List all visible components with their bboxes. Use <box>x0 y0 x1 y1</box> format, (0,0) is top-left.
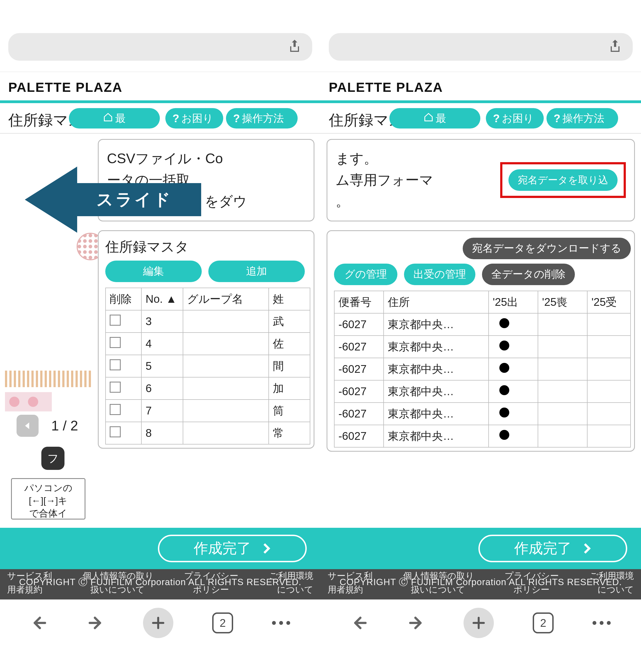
question-icon: ? <box>173 112 179 125</box>
keyboard-hint: パソコンの [←][→]キ で合体イ <box>11 478 85 520</box>
nav-back-icon[interactable] <box>351 614 368 632</box>
th-25mo[interactable]: '25喪 <box>538 291 587 313</box>
address-bar[interactable] <box>329 33 633 61</box>
help-pill[interactable]: ? お困り <box>486 108 544 129</box>
chevron-right-icon <box>262 542 271 554</box>
slide-arrow-overlay: スライド <box>25 164 201 236</box>
nav-menu-icon[interactable] <box>592 621 611 625</box>
howto-pill-label: 操作方法 <box>242 111 284 125</box>
th-delete[interactable]: 削除 <box>106 288 141 310</box>
nav-menu-icon[interactable] <box>272 621 290 625</box>
table-row[interactable]: 4佐 <box>106 333 310 355</box>
complete-button[interactable]: 作成完了 <box>158 535 307 562</box>
th-address[interactable]: 住所 <box>384 291 489 313</box>
table-row[interactable]: -6027東京都中央… <box>334 380 630 403</box>
pager-prev-button[interactable] <box>16 415 39 437</box>
brand-logo: PALETTE PLAZA <box>329 80 633 95</box>
table-row[interactable]: 6加 <box>106 377 310 400</box>
add-button[interactable]: 追加 <box>208 260 305 282</box>
status-dot <box>499 430 509 440</box>
delete-all-button[interactable]: 全データの削除 <box>482 264 575 285</box>
table-row[interactable]: -6027東京都中央… <box>334 403 630 425</box>
nav-newtab-button[interactable] <box>464 608 494 638</box>
decorative-flowers <box>5 392 52 412</box>
th-25out[interactable]: '25出 <box>489 291 538 313</box>
th-no[interactable]: No. ▲ <box>141 288 183 310</box>
footer: サービス利 個人情報等の取り プライバシー ご利用環境 COPYRIGHT Ⓒ … <box>320 569 641 600</box>
howto-pill[interactable]: ? 操作方法 <box>226 108 298 129</box>
row-checkbox[interactable] <box>110 314 121 326</box>
status-dot <box>499 340 509 350</box>
table-row[interactable]: 7筒 <box>106 400 310 422</box>
footer: サービス利 個人情報等の取り プライバシー ご利用環境 COPYRIGHT Ⓒ … <box>0 569 320 600</box>
divider <box>0 100 320 103</box>
th-postal[interactable]: 便番号 <box>334 291 384 313</box>
footer-link[interactable]: 用者規約 <box>7 584 42 596</box>
decorative-stripes <box>5 371 93 387</box>
table-row[interactable]: 8常 <box>106 422 310 444</box>
row-checkbox[interactable] <box>110 426 121 437</box>
status-dot <box>499 407 509 417</box>
table-row[interactable]: 5間 <box>106 355 310 377</box>
complete-button[interactable]: 作成完了 <box>478 535 627 562</box>
address-table: 削除 No. ▲ グループ名 姓 3武 4佐 5間 6加 7筒 8常 <box>105 287 310 444</box>
table-row[interactable]: -6027東京都中央… <box>334 336 630 358</box>
download-data-button[interactable]: 宛名データをダウンロードする <box>463 238 631 259</box>
home-pill-label: 最 <box>115 111 126 125</box>
table-row[interactable]: 3武 <box>106 310 310 333</box>
row-checkbox[interactable] <box>110 404 121 415</box>
footer-link[interactable]: ポリシー <box>193 584 229 596</box>
row-checkbox[interactable] <box>110 382 121 393</box>
status-dot <box>499 318 509 328</box>
home-pill-label: 最 <box>436 111 446 125</box>
nav-forward-icon[interactable] <box>407 614 425 632</box>
import-card: ます。 ム専用フォーマ 。 宛名データを取り込 <box>327 139 635 221</box>
home-pill[interactable]: 最 <box>390 108 480 129</box>
footer-link[interactable]: 用者規約 <box>328 584 363 596</box>
th-group[interactable]: グループ名 <box>183 288 269 310</box>
chevron-right-icon <box>583 542 591 554</box>
question-icon: ? <box>554 112 560 125</box>
nav-tabs-button[interactable]: 2 <box>212 613 233 633</box>
help-pill[interactable]: ? お困り <box>165 108 223 129</box>
status-dot <box>499 385 509 395</box>
nav-back-icon[interactable] <box>30 614 48 632</box>
help-pill-label: お困り <box>181 111 213 125</box>
slide-label: スライド <box>96 189 173 211</box>
help-pill-label: お困り <box>502 111 534 125</box>
footer-link[interactable]: ポリシー <box>514 584 549 596</box>
footer-link[interactable]: 扱いについて <box>91 584 145 596</box>
row-checkbox[interactable] <box>110 359 121 370</box>
question-icon: ? <box>233 112 240 125</box>
table-row[interactable]: -6027東京都中央… <box>334 358 630 380</box>
howto-pill-label: 操作方法 <box>562 111 604 125</box>
master-card: 住所録マスタ 編集 追加 削除 No. ▲ グループ名 姓 3武 <box>98 230 314 449</box>
footer-link[interactable]: について <box>598 584 634 596</box>
footer-link[interactable]: について <box>277 584 313 596</box>
filter-badge[interactable]: フ <box>41 447 65 470</box>
nav-newtab-button[interactable] <box>143 608 173 638</box>
row-checkbox[interactable] <box>110 337 121 348</box>
home-pill[interactable]: 最 <box>69 108 160 129</box>
master-card: 宛名データをダウンロードする グの管理 出受の管理 全データの削除 便番号 住所… <box>327 230 635 452</box>
nav-forward-icon[interactable] <box>87 614 105 632</box>
th-sei[interactable]: 姓 <box>269 288 310 310</box>
footer-link[interactable]: 扱いについて <box>411 584 465 596</box>
divider <box>320 100 641 103</box>
edit-button[interactable]: 編集 <box>105 260 202 282</box>
nav-tabs-button[interactable]: 2 <box>533 613 554 633</box>
share-icon[interactable] <box>288 39 301 55</box>
share-icon[interactable] <box>609 39 622 55</box>
th-25r[interactable]: '25受 <box>587 291 630 313</box>
brand-logo: PALETTE PLAZA <box>8 80 312 95</box>
group-manage-button[interactable]: グの管理 <box>334 264 397 285</box>
home-icon <box>424 112 434 125</box>
inout-manage-button[interactable]: 出受の管理 <box>404 264 475 285</box>
import-data-button[interactable]: 宛名データを取り込 <box>508 169 617 191</box>
table-row[interactable]: -6027東京都中央… <box>334 313 630 336</box>
table-row[interactable]: -6027東京都中央… <box>334 425 630 447</box>
address-bar[interactable] <box>8 33 312 61</box>
pager-text: 1 / 2 <box>51 418 78 434</box>
home-icon <box>103 112 113 125</box>
howto-pill[interactable]: ? 操作方法 <box>546 108 618 129</box>
